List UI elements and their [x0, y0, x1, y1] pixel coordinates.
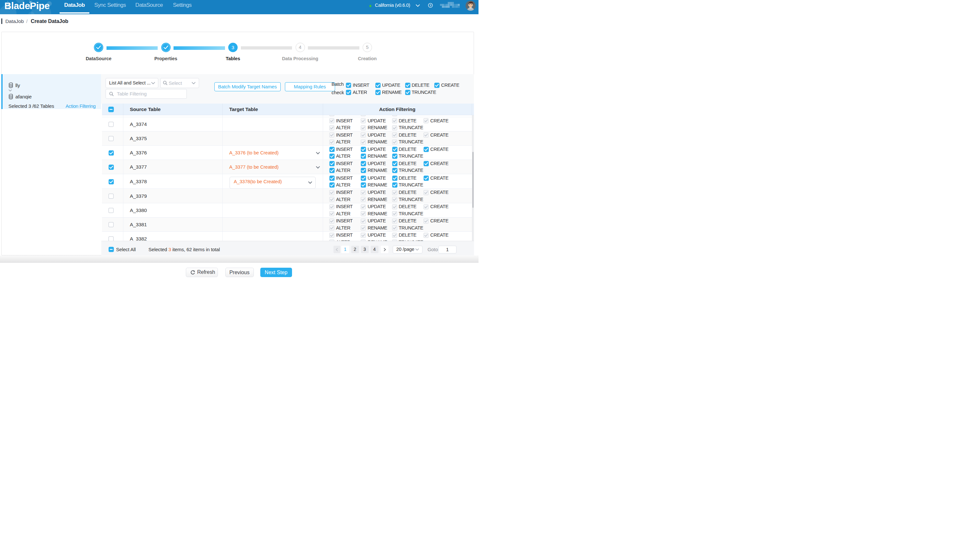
svg-text:?: ? — [429, 3, 431, 7]
